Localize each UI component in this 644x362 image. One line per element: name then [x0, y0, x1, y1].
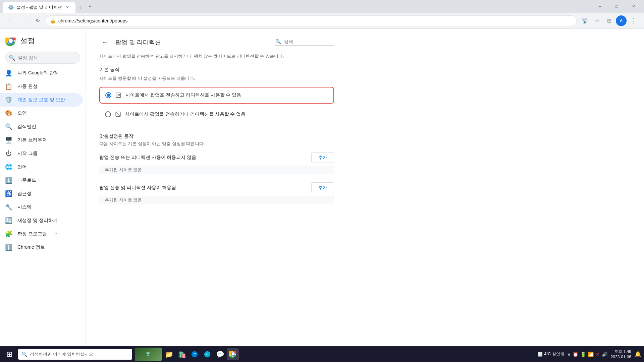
sidebar-label-accessibility: 접근성	[17, 191, 32, 197]
address-text: chrome://settings/content/popups	[58, 18, 127, 23]
refresh-button[interactable]: ↻	[32, 15, 43, 26]
search-engine-icon: 🔍	[5, 123, 12, 130]
custom-behavior-desc: 다음 사이트는 기본 설정이 아닌 맞춤 설정을 따릅니다.	[99, 141, 334, 147]
profile-button[interactable]: A	[616, 15, 627, 26]
forward-button[interactable]: →	[19, 15, 30, 26]
allowed-sites-title: 팝업 전송 및 리디렉션 사용이 허용됨	[99, 185, 176, 191]
address-bar[interactable]: 🔒 chrome://settings/content/popups	[46, 15, 577, 26]
sidebar-item-downloads[interactable]: ⬇️ 다운로드	[0, 174, 83, 187]
svg-point-6	[204, 351, 210, 357]
section-search-input[interactable]	[284, 39, 334, 44]
taskbar-search-text: 검색하려면 여기에 입력하십시오	[30, 351, 93, 357]
sidebar-label-startup: 시작 그룹	[17, 150, 38, 157]
page-title: 팝업 및 리디렉션	[115, 38, 270, 46]
window-controls: – □ ✕	[592, 0, 641, 13]
taskbar-edge2-button[interactable]	[201, 348, 213, 360]
sidebar-item-appearance[interactable]: 🎨 모양	[0, 107, 83, 120]
sidebar-search-input[interactable]	[5, 52, 80, 64]
blocked-sites-section: 팝업 전송 또는 리디렉션 사용이 허용되지 않음 추가 추가된 사이트 없음	[99, 152, 334, 174]
default-behavior-title: 기본 동작	[99, 67, 334, 73]
add-allowed-site-button[interactable]: 추가	[311, 182, 334, 193]
sidebar-item-system[interactable]: 🔧 시스템	[0, 200, 83, 214]
blocked-sites-title: 팝업 전송 또는 리디렉션 사용이 허용되지 않음	[99, 155, 196, 161]
weather-widget[interactable]: 🌫️ 4°C 실안개	[538, 351, 564, 357]
browser-toolbar: ← → ↻ 🔒 chrome://settings/content/popups…	[0, 13, 644, 29]
sidebar-item-language[interactable]: 🌐 언어	[0, 160, 83, 174]
sidebar-item-default-browser[interactable]: 🖥️ 기본 브라우저	[0, 133, 83, 147]
start-button[interactable]: ⊞	[3, 348, 16, 361]
close-button[interactable]: ✕	[626, 0, 641, 13]
toolbar-actions: 📡 ☆ ⊟ A ⋮	[580, 15, 639, 26]
blocked-sites-header: 팝업 전송 또는 리디렉션 사용이 허용되지 않음 추가	[99, 152, 334, 163]
sidebar-item-search-engine[interactable]: 🔍 검색엔진	[0, 120, 83, 133]
taskbar-chrome-button[interactable]	[227, 348, 239, 360]
back-to-privacy-button[interactable]: ←	[99, 37, 110, 48]
divider	[99, 128, 334, 128]
maximize-button[interactable]: □	[609, 0, 625, 13]
sidebar-item-startup[interactable]: ⏻ 시작 그룹	[0, 147, 83, 160]
reset-icon: 🔄	[5, 217, 12, 224]
taskbar-search-icon: 🔍	[21, 352, 27, 357]
section-search-icon: 🔍	[275, 39, 281, 44]
taskbar-clock[interactable]: 오후 1:49 2023-01-06	[611, 349, 631, 359]
blocked-sites-list: 추가된 사이트 없음	[99, 166, 334, 174]
volume-icon[interactable]: 🔊	[602, 352, 607, 357]
privacy-icon: 🛡️	[5, 97, 12, 103]
title-bar: ⚙️ 설정 - 팝업 및 리디렉션 ✕ + ▾ – □ ✕	[0, 0, 644, 13]
custom-behavior-title: 맞춤설정된 동작	[99, 133, 334, 139]
allow-popups-option[interactable]: 사이트에서 팝업을 전송하고 리디렉션을 사용할 수 있음	[99, 87, 334, 104]
sidebar-item-accessibility[interactable]: ♿ 접근성	[0, 187, 83, 200]
blocked-sites-empty-text: 추가된 사이트 없음	[99, 163, 147, 176]
startup-icon: ⏻	[5, 150, 12, 157]
add-blocked-site-button[interactable]: 추가	[311, 152, 334, 163]
profile-icon: 👤	[5, 70, 12, 76]
system-icon: 🔧	[5, 204, 12, 210]
tab-dropdown-button[interactable]: ▾	[89, 4, 91, 9]
sidebar-item-reset[interactable]: 🔄 재설정 및 정리하기	[0, 214, 83, 227]
notification-bell-button[interactable]: 🔔	[635, 351, 641, 357]
allowed-sites-header: 팝업 전송 및 리디렉션 사용이 허용됨 추가	[99, 182, 334, 193]
external-link-icon: ↗	[54, 232, 57, 236]
section-header: ← 팝업 및 리디렉션 🔍	[99, 37, 334, 48]
taskbar-edge-store-button[interactable]: 🛍️	[176, 348, 188, 360]
tab-close-button[interactable]: ✕	[65, 5, 70, 10]
sidebar-label-appearance: 모양	[17, 110, 27, 116]
sidebar-header: 설정	[0, 32, 86, 49]
chevron-up-icon[interactable]: ∧	[568, 352, 571, 357]
sidebar-item-extensions[interactable]: 🧩 확장 프로그램 ↗	[0, 227, 83, 241]
cast-button[interactable]: 📡	[580, 15, 590, 26]
active-tab[interactable]: ⚙️ 설정 - 팝업 및 리디렉션 ✕	[3, 2, 75, 13]
svg-point-2	[9, 39, 13, 43]
sidebar-label-profile: 나와 Google의 관계	[17, 70, 59, 76]
allow-radio-button[interactable]	[105, 92, 111, 98]
tab-bar: ⚙️ 설정 - 팝업 및 리디렉션 ✕ +	[3, 0, 85, 13]
sidebar-item-about[interactable]: ℹ️ Chrome 정보	[0, 241, 83, 254]
sidebar-label-default-browser: 기본 브라우저	[17, 137, 47, 143]
new-tab-button[interactable]: +	[75, 3, 85, 13]
block-popups-option[interactable]: 사이트에서 팝업을 전송하거나 리디렉션을 사용할 수 없음	[99, 106, 334, 122]
taskbar-chat-button[interactable]: 💬	[214, 348, 226, 360]
main-content: ← 팝업 및 리디렉션 🔍 사이트에서 팝업을 전송하여 광고를 표시하거나, …	[86, 29, 644, 362]
taskbar-file-explorer-button[interactable]: 📁	[163, 348, 175, 360]
block-radio-button[interactable]	[105, 111, 111, 117]
back-button[interactable]: ←	[5, 15, 16, 26]
network-icon: ✕	[596, 352, 600, 357]
sidebar-item-privacy[interactable]: 🛡️ 개인 정보 보호 및 보안	[0, 93, 83, 107]
weather-text: 4°C 실안개	[544, 351, 564, 357]
bookmark-button[interactable]: ☆	[592, 15, 602, 26]
taskbar-edge-button[interactable]	[189, 348, 201, 360]
sidebar-label-about: Chrome 정보	[17, 244, 45, 250]
sidebar-label-downloads: 다운로드	[17, 177, 36, 183]
sidebar-item-profile[interactable]: 👤 나와 Google의 관계	[0, 66, 83, 80]
extensions-icon: 🧩	[5, 231, 12, 237]
block-popups-label: 사이트에서 팝업을 전송하거나 리디렉션을 사용할 수 없음	[125, 111, 246, 117]
popup-description: 사이트에서 팝업을 전송하여 광고를 표시하거나, 원치 않는 웹사이트로 리디…	[99, 53, 334, 60]
taskbar-thumbnail[interactable]: 🏞️	[135, 348, 162, 361]
sidebar-item-autofill[interactable]: 📋 자동 완성	[0, 80, 83, 93]
taskbar-search-bar[interactable]: 🔍 검색하려면 여기에 입력하십시오	[18, 349, 132, 360]
menu-button[interactable]: ⋮	[628, 15, 639, 26]
minimize-button[interactable]: –	[592, 0, 608, 13]
weather-icon: 🌫️	[538, 352, 543, 357]
svg-line-5	[116, 112, 120, 117]
sidebar-toggle-button[interactable]: ⊟	[604, 15, 614, 26]
